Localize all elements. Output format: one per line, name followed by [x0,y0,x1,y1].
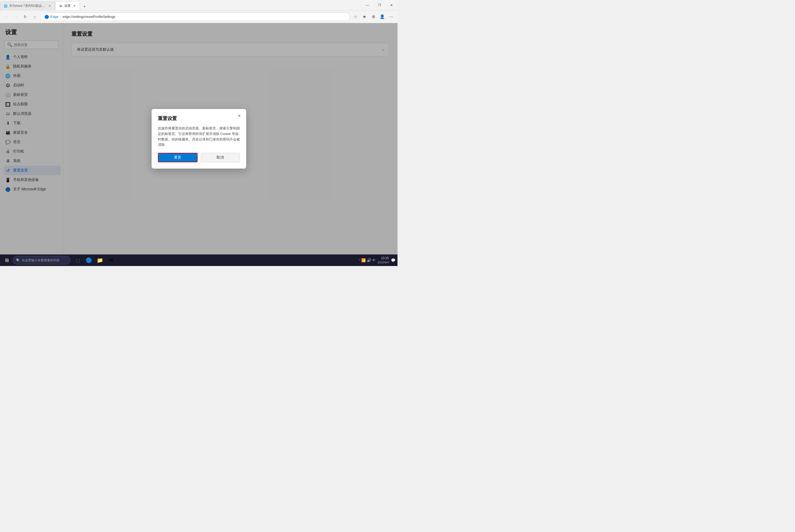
modal-overlay: 重置设置 ✕ 此操作将重置你的启动页面、新标签页、搜索引擎和固定的标签页。它还将… [0,23,398,254]
network-icon: 📶 [361,258,366,262]
address-prefix: Edge [51,15,58,19]
window-controls: — ❐ ✕ [361,0,398,11]
expand-icon[interactable]: ^ [359,259,360,262]
tab-strip: 🌐 华为nova 7系列5G新品上市！ ✕ ⚙ 设置 ✕ + [0,0,88,10]
address-separator: | [60,15,61,19]
taskbar-search-placeholder: 在这里输入你要搜索的内容 [22,258,60,263]
favorites-button[interactable]: ☆ [351,13,360,21]
dialog-reset-button[interactable]: 重置 [158,153,198,162]
address-bar: ← → ↻ ⌂ 🔵 Edge | edge://settings/resetPr… [0,11,398,23]
taskbar-app-explorer[interactable]: 📁 [95,255,105,265]
profile-button[interactable]: 👤 [378,13,386,21]
tab-close-huawei[interactable]: ✕ [48,4,52,8]
tab-close-settings[interactable]: ✕ [72,4,76,8]
taskbar-system-icons: ^ 📶 🔊 中 [359,258,375,263]
new-tab-button[interactable]: + [81,3,88,10]
tab-favicon-huawei: 🌐 [3,4,7,8]
mail-icon: ✉ [109,257,113,263]
dialog-cancel-button[interactable]: 取消 [201,153,240,162]
address-url: edge://settings/resetProfileSettings [62,15,115,19]
taskbar-search-icon: 🔍 [16,259,20,262]
date: 2020/6/4 [377,261,389,264]
taskbar-apps: ⬚ 🔵 📁 ✉ [73,255,116,265]
browser-add-button[interactable]: ⊕ [369,13,377,21]
edge-icon: 🔵 [44,15,49,19]
reset-dialog: 重置设置 ✕ 此操作将重置你的启动页面、新标签页、搜索引擎和固定的标签页。它还将… [152,109,246,169]
collections-button[interactable]: ★ [360,13,369,21]
refresh-button[interactable]: ↻ [21,13,30,21]
taskbar-app-multiview[interactable]: ⬚ [73,255,83,265]
dialog-body: 此操作将重置你的启动页面、新标签页、搜索引擎和固定的标签页。它还将禁用所有扩展并… [158,126,240,148]
tab-huawei[interactable]: 🌐 华为nova 7系列5G新品上市！ ✕ [0,1,55,10]
tab-settings[interactable]: ⚙ 设置 ✕ [55,1,80,10]
minimize-button[interactable]: — [361,0,373,11]
address-input[interactable]: 🔵 Edge | edge://settings/resetProfileSet… [40,13,350,21]
forward-button[interactable]: → [12,13,20,21]
maximize-button[interactable]: ❐ [373,0,385,11]
toolbar-icons: ☆ ★ ⊕ 👤 ⋯ [351,13,395,21]
taskbar-time: 10:15 2020/6/4 [377,256,389,264]
taskbar: ⊞ 🔍 在这里输入你要搜索的内容 ⬚ 🔵 📁 ✉ ^ 📶 🔊 中 10:15 2… [0,254,398,266]
multiview-icon: ⬚ [76,258,80,263]
dialog-actions: 重置 取消 [158,153,240,162]
taskbar-right: ^ 📶 🔊 中 10:15 2020/6/4 💬 [359,256,395,264]
more-button[interactable]: ⋯ [387,13,395,21]
close-button[interactable]: ✕ [385,0,398,11]
clock: 10:15 [377,256,389,261]
dialog-title: 重置设置 [158,115,240,121]
tab-favicon-settings: ⚙ [59,4,63,8]
ime-icon[interactable]: 中 [372,258,375,263]
edge-taskbar-icon: 🔵 [86,257,92,263]
explorer-icon: 📁 [97,257,103,263]
taskbar-app-edge[interactable]: 🔵 [84,255,94,265]
notification-icon[interactable]: 💬 [391,258,395,262]
title-bar: 🌐 华为nova 7系列5G新品上市！ ✕ ⚙ 设置 ✕ + — ❐ ✕ [0,0,398,11]
home-button[interactable]: ⌂ [31,13,39,21]
tab-label-huawei: 华为nova 7系列5G新品上市！ [9,4,46,8]
taskbar-app-mail[interactable]: ✉ [106,255,116,265]
tab-label-settings: 设置 [64,4,71,8]
start-icon: ⊞ [5,257,9,263]
volume-icon: 🔊 [367,258,371,262]
back-button[interactable]: ← [2,13,11,21]
start-button[interactable]: ⊞ [2,255,12,265]
taskbar-search[interactable]: 🔍 在这里输入你要搜索的内容 [13,256,70,264]
dialog-close-button[interactable]: ✕ [236,112,243,119]
